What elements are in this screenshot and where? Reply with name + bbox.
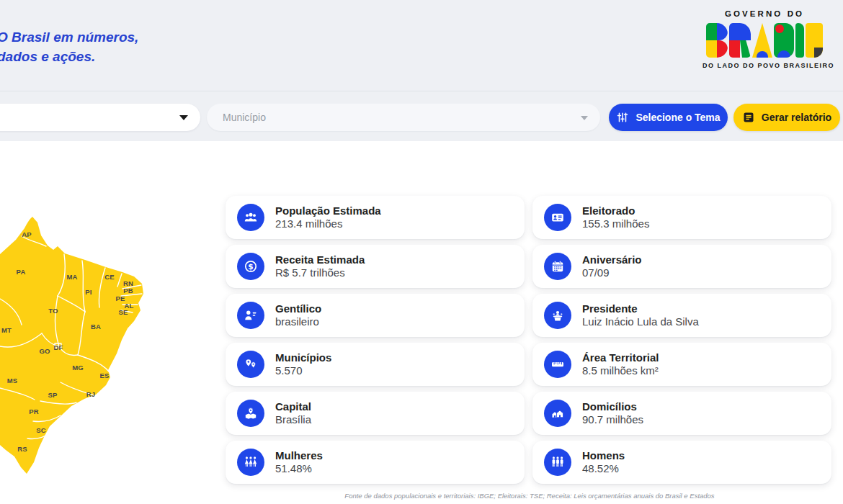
ruler-icon <box>544 351 571 378</box>
tagline-line2: dados e ações. <box>0 47 138 66</box>
card-title: Aniversário <box>582 253 642 266</box>
person-lines-icon <box>237 302 264 329</box>
card-value: 5.570 <box>275 364 331 377</box>
state-label-pi: PI <box>85 288 92 296</box>
men-figures-icon <box>544 449 571 476</box>
page-tagline: O Brasil em números, dados e ações. <box>0 27 138 66</box>
logo-bottom-text: DO LADO DO POVO BRASILEIRO <box>702 62 826 69</box>
map-pin-icon <box>237 400 264 427</box>
card-municipios: Municípios 5.570 <box>226 343 525 386</box>
report-document-icon <box>742 111 755 124</box>
municipality-select[interactable]: Município <box>207 104 600 131</box>
card-title: População Estimada <box>275 204 381 217</box>
card-title: Presidente <box>582 302 699 315</box>
data-source-note: Fonte de dados populacionais e territori… <box>216 492 843 500</box>
brasil-logo-letters: BRASIL <box>702 23 826 58</box>
state-label-ce: CE <box>104 273 115 281</box>
state-label-df: DF <box>53 343 63 351</box>
logo-letter-l <box>806 23 823 58</box>
logo-letter-b <box>706 23 728 58</box>
card-title: Homens <box>582 449 625 462</box>
brasil-em-numeros-page: O Brasil em números, dados e ações. GOVE… <box>0 0 843 504</box>
podium-person-icon <box>544 302 571 329</box>
chevron-down-icon <box>581 116 588 120</box>
card-populacao-estimada: População Estimada 213.4 milhões <box>226 196 525 239</box>
card-title: Eleitorado <box>582 204 649 217</box>
id-card-icon <box>544 204 571 231</box>
tagline-line1: O Brasil em números, <box>0 27 138 47</box>
state-label-se: SE <box>118 308 128 316</box>
people-group-icon <box>237 204 264 231</box>
logo-letter-i <box>795 23 804 58</box>
filter-bar: Município Selecione o Tema Gerar relatór… <box>0 91 843 141</box>
card-homens: Homens 48.52% <box>532 441 831 484</box>
state-label-rj: RJ <box>86 390 96 398</box>
state-label-sc: SC <box>36 426 46 434</box>
generate-report-button[interactable]: Gerar relatório <box>733 104 840 131</box>
card-aniversario: Aniversário 07/09 <box>532 245 831 288</box>
map-pins-icon <box>237 351 264 378</box>
card-presidente: Presidente Luiz Inácio Lula da Silva <box>532 294 831 337</box>
state-label-es: ES <box>99 372 109 379</box>
calendar-icon <box>544 253 571 280</box>
state-label-to: TO <box>48 307 58 315</box>
brazil-states-map[interactable]: AP PA MA CE RN PB PE AL SE PI TO MT BA G… <box>0 212 148 483</box>
card-value: 07/09 <box>582 266 642 279</box>
logo-letter-s <box>774 23 794 58</box>
card-title: Área Territorial <box>582 351 659 364</box>
card-value: 51.48% <box>275 462 323 475</box>
card-value: 90.7 milhões <box>582 413 643 426</box>
card-value: 48.52% <box>582 462 625 475</box>
card-receita-estimada: $ Receita Estimada R$ 5.7 trilhões <box>226 245 525 288</box>
logo-top-text: GOVERNO DO <box>702 9 826 18</box>
dollar-circle-icon: $ <box>237 253 264 280</box>
state-label-mg: MG <box>72 364 84 372</box>
select-theme-label: Selecione o Tema <box>635 112 720 123</box>
women-figures-icon <box>237 449 264 476</box>
logo-letter-r <box>729 23 751 58</box>
card-value: 8.5 milhões km² <box>582 364 659 377</box>
state-label-ba: BA <box>91 323 101 330</box>
card-title: Gentílico <box>275 302 321 315</box>
logo-letter-a <box>752 23 772 58</box>
header: O Brasil em números, dados e ações. GOVE… <box>0 0 843 91</box>
select-theme-button[interactable]: Selecione o Tema <box>609 104 728 131</box>
svg-text:$: $ <box>248 262 253 271</box>
card-value: 155.3 milhões <box>582 217 649 230</box>
houses-icon <box>544 400 571 427</box>
state-label-sp: SP <box>48 391 57 399</box>
card-domicilios: Domicílios 90.7 milhões <box>532 392 831 435</box>
state-label-pr: PR <box>29 408 39 415</box>
state-label-ma: MA <box>66 273 77 281</box>
state-label-go: GO <box>39 347 50 355</box>
state-label-pb: PB <box>123 287 133 294</box>
card-eleitorado: Eleitorado 155.3 milhões <box>532 196 831 239</box>
sliders-icon <box>616 111 629 124</box>
municipality-placeholder: Município <box>223 112 266 123</box>
chevron-down-icon <box>179 115 188 120</box>
card-value: 213.4 milhões <box>275 217 381 230</box>
card-capital: Capital Brasília <box>226 392 525 435</box>
card-value: Brasília <box>275 413 311 426</box>
card-value: Luiz Inácio Lula da Silva <box>582 315 699 328</box>
card-value: brasileiro <box>275 315 321 328</box>
state-label-mt: MT <box>1 326 12 334</box>
card-value: R$ 5.7 trilhões <box>275 266 365 279</box>
state-label-rs: RS <box>17 445 27 453</box>
brazil-map-shape[interactable] <box>0 212 148 483</box>
state-label-pa: PA <box>17 268 26 276</box>
card-title: Mulheres <box>275 449 323 462</box>
state-label-ap: AP <box>22 230 32 238</box>
generate-report-label: Gerar relatório <box>762 112 831 123</box>
card-title: Domicílios <box>582 400 643 413</box>
card-gentilico: Gentílico brasileiro <box>226 294 525 337</box>
card-mulheres: Mulheres 51.48% <box>226 441 525 484</box>
card-title: Receita Estimada <box>275 253 365 266</box>
state-select[interactable] <box>0 104 200 131</box>
card-title: Capital <box>275 400 311 413</box>
governo-do-brasil-logo: GOVERNO DO BRASIL DO LADO DO POVO BRASIL… <box>702 9 826 69</box>
state-label-ms: MS <box>7 377 18 384</box>
card-area-territorial: Área Territorial 8.5 milhões km² <box>532 343 831 386</box>
card-title: Municípios <box>275 351 331 364</box>
